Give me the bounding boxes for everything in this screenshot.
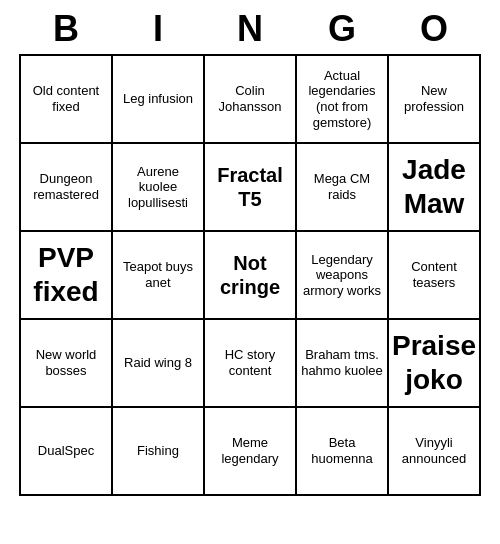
bingo-cell-7: Fractal T5: [205, 144, 297, 232]
bingo-cell-20: DualSpec: [21, 408, 113, 496]
bingo-letter-n: N: [210, 8, 290, 50]
bingo-cell-2: Colin Johansson: [205, 56, 297, 144]
bingo-cell-5: Dungeon remastered: [21, 144, 113, 232]
bingo-cell-21: Fishing: [113, 408, 205, 496]
bingo-title: BINGO: [20, 0, 480, 54]
bingo-cell-8: Mega CM raids: [297, 144, 389, 232]
bingo-cell-13: Legendary weapons armory works: [297, 232, 389, 320]
bingo-cell-1: Leg infusion: [113, 56, 205, 144]
bingo-cell-6: Aurene kuolee lopullisesti: [113, 144, 205, 232]
bingo-cell-17: HC story content: [205, 320, 297, 408]
bingo-cell-0: Old content fixed: [21, 56, 113, 144]
bingo-cell-14: Content teasers: [389, 232, 481, 320]
bingo-cell-23: Beta huomenna: [297, 408, 389, 496]
bingo-cell-11: Teapot buys anet: [113, 232, 205, 320]
bingo-cell-24: Vinyyli announced: [389, 408, 481, 496]
bingo-cell-19: Praise joko: [389, 320, 481, 408]
bingo-cell-16: Raid wing 8: [113, 320, 205, 408]
bingo-cell-9: Jade Maw: [389, 144, 481, 232]
bingo-cell-4: New profession: [389, 56, 481, 144]
bingo-letter-o: O: [394, 8, 474, 50]
bingo-cell-15: New world bosses: [21, 320, 113, 408]
bingo-letter-i: I: [118, 8, 198, 50]
bingo-cell-12: Not cringe: [205, 232, 297, 320]
bingo-cell-18: Braham tms. hahmo kuolee: [297, 320, 389, 408]
bingo-letter-b: B: [26, 8, 106, 50]
bingo-letter-g: G: [302, 8, 382, 50]
bingo-grid: Old content fixedLeg infusionColin Johan…: [19, 54, 481, 496]
bingo-cell-10: PVP fixed: [21, 232, 113, 320]
bingo-cell-3: Actual legendaries (not from gemstore): [297, 56, 389, 144]
bingo-cell-22: Meme legendary: [205, 408, 297, 496]
